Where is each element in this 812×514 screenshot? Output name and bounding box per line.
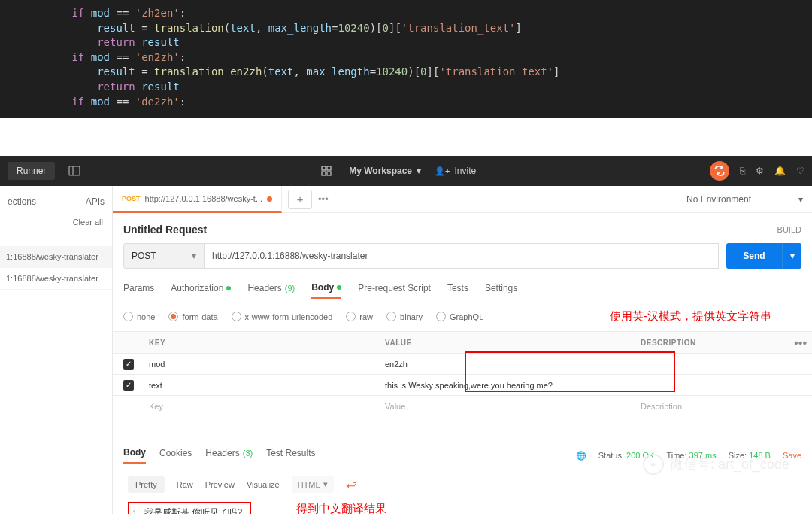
send-button[interactable]: Send (726, 243, 782, 269)
time-label: Time: 397 ms (666, 451, 716, 460)
add-tab-button[interactable]: + (288, 190, 312, 209)
chevron-down-icon: ▾ (192, 251, 196, 261)
tab-url: http://127.0.0.1:16888/wesky-t... (145, 194, 263, 203)
bell-icon[interactable]: 🔔 (774, 166, 786, 176)
body-type-xwww[interactable]: x-www-form-urlencoded (232, 312, 333, 321)
tab-settings[interactable]: Settings (485, 283, 517, 298)
header-desc: DESCRIPTION (641, 339, 789, 347)
response-body-text[interactable]: 我是威斯基,你听见了吗? (141, 505, 245, 514)
annotation-label: 使用英-汉模式，提供英文字符串 (610, 309, 801, 324)
cell-value[interactable]: en2zh (385, 360, 641, 369)
tab-body[interactable]: Body (311, 282, 341, 299)
clear-all-link[interactable]: Clear all (0, 213, 112, 234)
sidebar: ections APIs Clear all 1:16888/wesky-tra… (0, 186, 113, 514)
send-dropdown[interactable]: ▾ (782, 243, 801, 269)
indicator-dot-icon (337, 285, 341, 290)
table-row[interactable]: ✓ mod en2zh (113, 353, 812, 374)
history-item[interactable]: 1:16888/wesky-translater (0, 268, 112, 290)
env-label: No Environment (686, 194, 751, 205)
tab-menu-icon[interactable]: ••• (318, 193, 329, 205)
resp-tab-headers[interactable]: Headers (3) (205, 448, 253, 463)
url-input[interactable]: http://127.0.0.1:16888/wesky-translater (205, 243, 719, 269)
workspace-selector[interactable]: My Workspace ▾ (349, 166, 421, 176)
svg-rect-4 (322, 172, 326, 175)
sync-icon[interactable] (710, 161, 729, 181)
grid-icon[interactable] (317, 162, 335, 180)
body-type-graphql[interactable]: GraphQL (436, 312, 483, 321)
header-value: VALUE (385, 339, 641, 347)
wrap-icon[interactable]: ⮐ (346, 478, 357, 491)
svg-rect-3 (327, 166, 331, 170)
tab-headers[interactable]: Headers (9) (247, 283, 295, 298)
code-editor: if mod == 'zh2en': result = translation(… (0, 0, 812, 118)
table-menu-icon[interactable]: ••• (789, 336, 812, 349)
build-link[interactable]: BUILD (777, 225, 801, 234)
fmt-pretty[interactable]: Pretty (128, 476, 165, 493)
header-key: KEY (144, 339, 385, 347)
invite-label: Invite (454, 166, 476, 176)
params-table: KEY VALUE DESCRIPTION ••• ✓ mod en2zh ✓ … (113, 331, 812, 416)
request-panel: POST http://127.0.0.1:16888/wesky-t... +… (113, 186, 812, 514)
capture-icon[interactable]: ⎘ (740, 166, 745, 176)
heart-icon[interactable]: ♡ (796, 166, 804, 176)
resp-tab-cookies[interactable]: Cookies (159, 448, 192, 463)
globe-icon[interactable]: 🌐 (576, 451, 586, 461)
invite-icon: 👤+ (435, 166, 450, 176)
checkbox[interactable]: ✓ (123, 380, 134, 391)
unsaved-dot-icon (267, 196, 272, 202)
checkbox[interactable]: ✓ (123, 359, 134, 370)
method-selector[interactable]: POST ▾ (123, 243, 205, 269)
svg-rect-0 (69, 166, 80, 175)
line-number: 1 (132, 509, 137, 514)
tab-prerequest[interactable]: Pre-request Script (358, 283, 431, 298)
tab-tests[interactable]: Tests (447, 283, 468, 298)
cell-key-placeholder[interactable]: Key (144, 402, 385, 411)
workspace-label: My Workspace (349, 166, 412, 176)
app-toolbar: Runner My Workspace ▾ 👤+ Invite ⎘ ⚙ 🔔 ♡ (0, 156, 812, 186)
sidebar-tab-apis[interactable]: APIs (86, 196, 105, 207)
tab-authorization[interactable]: Authorization (171, 283, 231, 298)
indicator-dot-icon (226, 286, 231, 290)
body-type-raw[interactable]: raw (346, 312, 373, 321)
resp-tab-tests[interactable]: Test Results (266, 448, 315, 463)
response-panel: Body Cookies Headers (3) Test Results 🌐 … (113, 436, 812, 514)
invite-button[interactable]: 👤+ Invite (435, 166, 476, 176)
request-tab[interactable]: POST http://127.0.0.1:16888/wesky-t... (113, 186, 282, 213)
fmt-preview[interactable]: Preview (205, 480, 235, 489)
body-type-none[interactable]: none (123, 312, 155, 321)
cell-key[interactable]: mod (144, 360, 385, 369)
cell-key[interactable]: text (144, 381, 385, 390)
cell-value[interactable]: this is Wesky speaking,were you hearing … (385, 381, 641, 390)
history-item[interactable]: 1:16888/wesky-translater (0, 246, 112, 268)
body-type-binary[interactable]: binary (386, 312, 423, 321)
status-label: Status: 200 OK (598, 451, 655, 460)
cell-desc-placeholder[interactable]: Description (641, 402, 789, 411)
annotation-label: 得到中文翻译结果 (296, 502, 386, 514)
chevron-down-icon: ▾ (323, 479, 328, 489)
table-row[interactable]: ✓ text this is Wesky speaking,were you h… (113, 374, 812, 395)
chevron-down-icon: ▾ (798, 194, 803, 205)
highlight-box: 1 我是威斯基,你听见了吗? (128, 502, 251, 514)
layout-icon[interactable] (65, 162, 83, 180)
settings-icon[interactable]: ⚙ (756, 166, 764, 176)
save-response-link[interactable]: Save (783, 451, 801, 460)
fmt-raw[interactable]: Raw (177, 480, 193, 489)
sidebar-tab-collections[interactable]: ections (8, 196, 36, 207)
method-tag: POST (122, 195, 141, 202)
svg-rect-2 (322, 166, 326, 170)
svg-rect-5 (327, 172, 331, 175)
tab-params[interactable]: Params (123, 283, 154, 298)
cell-value-placeholder[interactable]: Value (385, 402, 641, 411)
table-row-empty[interactable]: Key Value Description (113, 395, 812, 416)
environment-selector[interactable]: No Environment ▾ (677, 186, 812, 213)
body-type-formdata[interactable]: form-data (168, 312, 217, 321)
resp-tab-body[interactable]: Body (123, 447, 146, 464)
runner-button[interactable]: Runner (8, 162, 55, 180)
method-label: POST (132, 251, 156, 261)
request-title[interactable]: Untitled Request (123, 224, 207, 236)
chevron-down-icon: ▾ (417, 166, 421, 176)
size-label: Size: 148 B (729, 451, 771, 460)
fmt-visualize[interactable]: Visualize (247, 480, 280, 489)
fmt-type-selector[interactable]: HTML ▾ (292, 476, 334, 493)
